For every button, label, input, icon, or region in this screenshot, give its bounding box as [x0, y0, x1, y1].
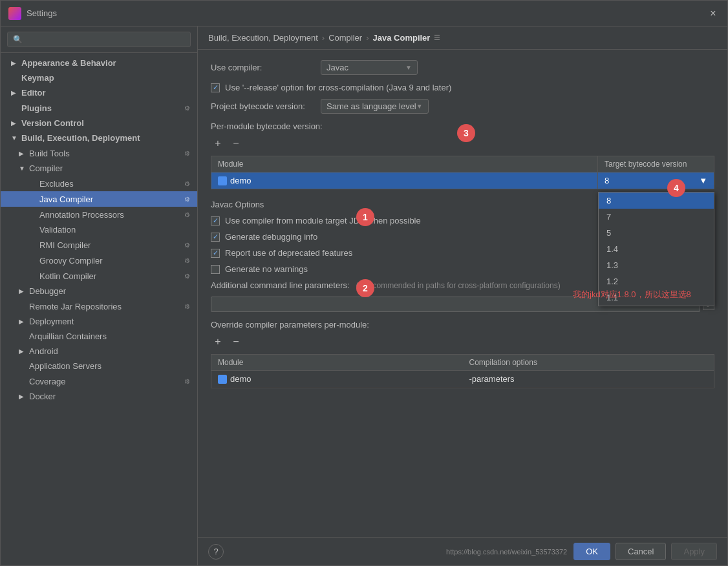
javac-checkbox-4[interactable] — [211, 265, 220, 274]
content-area: Use compiler: Javac ▼ Use '--release' op… — [198, 50, 727, 537]
sidebar-item-keymap[interactable]: Keymap — [1, 70, 197, 85]
sidebar-item-groovy-compiler[interactable]: Groovy Compiler ⚙ — [1, 253, 197, 268]
sidebar-tree: ▶ Appearance & Behavior Keymap ▶ Editor … — [1, 53, 197, 565]
target-value: 8 — [605, 176, 609, 185]
table-row[interactable]: demo 8 ▼ — [211, 173, 714, 189]
chevron-down-icon: ▼ — [416, 103, 423, 110]
dropdown-item-5[interactable]: 5 — [599, 225, 714, 241]
breadcrumb-item-compiler: Compiler — [328, 33, 362, 43]
sidebar-item-build-tools[interactable]: ▶ Build Tools ⚙ — [1, 145, 197, 161]
override-row[interactable]: demo -parameters — [211, 371, 714, 388]
target-cell: 8 ▼ — [597, 173, 714, 189]
sidebar-item-arquillian[interactable]: Arquillian Containers — [1, 329, 197, 344]
release-label: Use '--release' option for cross-compila… — [225, 83, 451, 92]
bytecode-select[interactable]: Same as language level ▼ — [321, 99, 429, 114]
sidebar-item-build-execution[interactable]: ▼ Build, Execution, Deployment — [1, 131, 197, 145]
sidebar-item-plugins[interactable]: Plugins ⚙ — [1, 100, 197, 116]
add-module-button[interactable]: + — [211, 136, 225, 151]
sidebar-item-label: Validation — [39, 225, 192, 235]
remove-override-button[interactable]: − — [229, 335, 243, 349]
annotation-text: 我的jkd对应1.8.0，所以这里选8 — [573, 289, 691, 300]
settings-icon: ⚙ — [182, 301, 192, 311]
sidebar-item-app-servers[interactable]: Application Servers — [1, 359, 197, 373]
annotation-1: 1 — [356, 208, 374, 226]
override-options-cell: -parameters — [463, 371, 714, 387]
arrow-icon: ▶ — [11, 59, 20, 67]
sidebar-item-label: Plugins — [21, 103, 182, 113]
sidebar-item-debugger[interactable]: ▶ Debugger — [1, 284, 197, 299]
override-table: Module Compilation options demo -paramet… — [211, 354, 714, 388]
sidebar-item-annotation-processors[interactable]: Annotation Processors ⚙ — [1, 207, 197, 222]
cmd-label: Additional command line parameters: — [211, 280, 350, 290]
arrow-icon: ▶ — [19, 348, 28, 355]
dialog-body: ▶ Appearance & Behavior Keymap ▶ Editor … — [1, 26, 727, 565]
annotation-2: 2 — [356, 279, 374, 297]
breadcrumb-separator: › — [322, 33, 325, 43]
apply-button[interactable]: Apply — [671, 543, 717, 560]
sidebar-item-editor[interactable]: ▶ Editor — [1, 85, 197, 100]
sidebar-item-label: Docker — [29, 392, 192, 401]
dropdown-item-1-3[interactable]: 1.3 — [599, 257, 714, 273]
chevron-down-icon: ▼ — [699, 176, 707, 185]
sidebar-item-label: RMI Compiler — [39, 240, 182, 250]
sidebar-item-kotlin-compiler[interactable]: Kotlin Compiler ⚙ — [1, 268, 197, 284]
sidebar-item-validation[interactable]: Validation — [1, 222, 197, 237]
sidebar-item-remote-jar[interactable]: Remote Jar Repositories ⚙ — [1, 299, 197, 314]
javac-checkbox-3[interactable] — [211, 249, 220, 258]
search-box — [1, 26, 197, 53]
release-checkbox[interactable] — [211, 83, 220, 92]
sidebar-item-compiler[interactable]: ▼ Compiler — [1, 161, 197, 176]
settings-icon: ⚙ — [182, 255, 192, 266]
sidebar-item-label: Android — [29, 346, 192, 356]
chevron-down-icon: ▼ — [405, 64, 412, 71]
javac-checkbox-1[interactable] — [211, 216, 220, 225]
bottom-bar: ? https://blog.csdn.net/weixin_53573372 … — [198, 537, 727, 565]
arrow-icon: ▶ — [19, 150, 28, 157]
override-options-header: Compilation options — [463, 355, 714, 370]
bytecode-label: Project bytecode version: — [211, 101, 321, 111]
override-header: Module Compilation options — [211, 355, 714, 371]
sidebar-item-excludes[interactable]: Excludes ⚙ — [1, 176, 197, 191]
compiler-select[interactable]: Javac ▼ — [321, 60, 418, 75]
remove-module-button[interactable]: − — [229, 136, 243, 151]
sidebar-item-label: Build, Execution, Deployment — [21, 133, 192, 143]
sidebar-item-coverage[interactable]: Coverage ⚙ — [1, 373, 197, 389]
settings-icon: ⚙ — [182, 103, 192, 113]
javac-checkbox-2[interactable] — [211, 233, 220, 242]
dropdown-item-1-2[interactable]: 1.2 — [599, 273, 714, 289]
sidebar-item-label: Annotation Processors — [39, 210, 182, 220]
dropdown-item-1-4[interactable]: 1.4 — [599, 241, 714, 257]
close-button[interactable]: × — [707, 7, 720, 20]
dropdown-item-7[interactable]: 7 — [599, 209, 714, 225]
cmd-hint: ('/' recommended in paths for cross-plat… — [356, 281, 561, 290]
sidebar-item-java-compiler[interactable]: Java Compiler ⚙ — [1, 191, 197, 207]
sidebar-item-rmi-compiler[interactable]: RMI Compiler ⚙ — [1, 237, 197, 253]
sidebar-item-label: Application Servers — [29, 361, 192, 371]
settings-icon: ⚙ — [182, 148, 192, 158]
search-input[interactable] — [7, 32, 191, 47]
sidebar-item-label: Coverage — [29, 377, 182, 386]
url-bar: https://blog.csdn.net/weixin_53573372 — [445, 547, 568, 557]
sidebar-item-label: Keymap — [21, 73, 192, 83]
ok-button[interactable]: OK — [573, 543, 610, 560]
sidebar-item-label: Debugger — [29, 286, 192, 296]
title-bar: Settings × — [1, 1, 727, 26]
sidebar-item-version-control[interactable]: ▶ Version Control — [1, 116, 197, 131]
main-content: Build, Execution, Deployment › Compiler … — [198, 26, 727, 565]
dropdown-item-8[interactable]: 8 — [599, 193, 714, 209]
sidebar-item-docker[interactable]: ▶ Docker — [1, 389, 197, 404]
sidebar-item-deployment[interactable]: ▶ Deployment — [1, 314, 197, 329]
add-override-button[interactable]: + — [211, 335, 225, 349]
module-icon — [218, 176, 227, 185]
breadcrumb: Build, Execution, Deployment › Compiler … — [198, 26, 727, 50]
cancel-button[interactable]: Cancel — [616, 543, 666, 560]
arrow-icon: ▶ — [19, 393, 28, 400]
bytecode-select-value: Same as language level — [327, 101, 416, 111]
help-button[interactable]: ? — [208, 544, 224, 560]
app-icon — [8, 7, 21, 20]
sidebar-item-appearance[interactable]: ▶ Appearance & Behavior — [1, 56, 197, 70]
sidebar-item-android[interactable]: ▶ Android — [1, 344, 197, 359]
table-header: Module Target bytecode version — [211, 156, 714, 173]
sidebar-item-label: Excludes — [39, 179, 182, 189]
javac-label-1: Use compiler from module target JDK when… — [225, 216, 421, 225]
